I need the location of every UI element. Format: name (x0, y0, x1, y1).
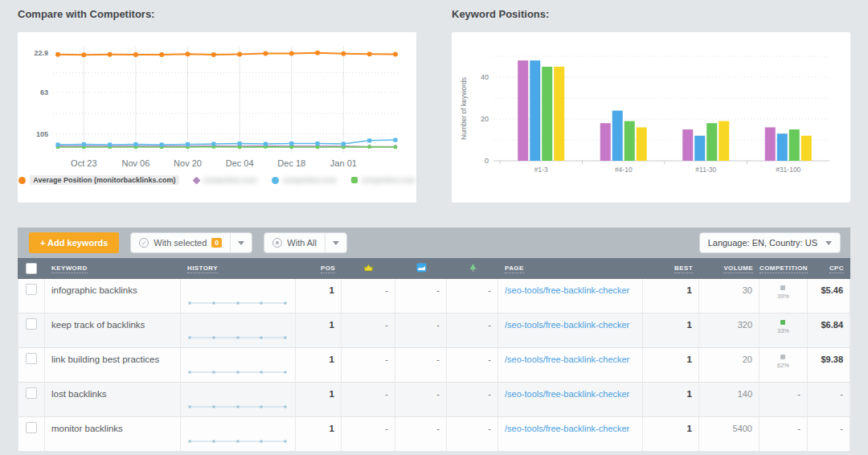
cell-page: /seo-tools/free-backlink-checker (498, 348, 643, 382)
cell-competition: - (760, 383, 808, 416)
language-country-value: Language: EN, Country: US (708, 238, 817, 248)
page-link[interactable]: /seo-tools/free-backlink-checker (505, 422, 629, 433)
header-cell-i2 (395, 258, 447, 279)
competition-percent: 39% (777, 293, 789, 300)
cell-volume: 5400 (699, 417, 760, 451)
metric-dash: - (385, 353, 388, 364)
column-sort-best[interactable]: BEST (674, 264, 693, 273)
header-cell-pos: POS (296, 258, 342, 279)
with-all-control: With All (264, 232, 347, 253)
column-sort-pos[interactable]: POS (321, 264, 335, 273)
keyword-text: keep track of backlinks (51, 318, 145, 330)
metric-dash: - (436, 318, 440, 330)
language-country-select[interactable]: Language: EN, Country: US (699, 232, 841, 253)
metric-dash: - (385, 387, 388, 399)
history-sparkline (187, 299, 288, 307)
volume-value: 320 (738, 318, 752, 330)
column-sort-cpc[interactable]: CPC (829, 264, 844, 273)
cpc-value: $6.84 (821, 318, 843, 330)
chevron-down-icon (825, 241, 832, 245)
column-sort-history[interactable]: HISTORY (187, 264, 218, 273)
cpc-value: - (840, 422, 843, 433)
with-selected-label: With selected (154, 238, 207, 248)
competitors-line-chart: 22.963105Oct 23Nov 06Nov 20Dec 04Dec 18J… (18, 32, 416, 174)
with-selected-dropdown[interactable] (230, 233, 252, 252)
cell-keyword: link building best practices (45, 348, 181, 382)
cell-i1: - (342, 383, 395, 416)
wave-icon[interactable] (416, 263, 427, 274)
volume-value: 30 (743, 284, 752, 295)
legend-label: Average Position (monitorbacklinks.com) (30, 175, 178, 185)
cell-i1: - (342, 417, 395, 451)
cell-keyword: monitor backlinks (45, 417, 181, 451)
table-row: monitor backlinks1---/seo-tools/free-bac… (18, 417, 850, 452)
cell-pos: 1 (296, 383, 342, 416)
page-link[interactable]: /seo-tools/free-backlink-checker (505, 353, 629, 364)
cell-best: 1 (643, 279, 699, 313)
cell-keyword: infographic backlinks (45, 279, 181, 313)
metric-dash: - (385, 284, 388, 295)
cell-i2: - (395, 314, 447, 347)
cell-i2: - (395, 417, 447, 451)
check-circle-icon: ✓ (139, 238, 149, 248)
svg-text:Dec 18: Dec 18 (277, 158, 305, 168)
cell-volume: 20 (699, 348, 760, 382)
page-link[interactable]: /seo-tools/free-backlink-checker (505, 387, 629, 399)
page-link[interactable]: /seo-tools/free-backlink-checker (505, 318, 629, 330)
cell-pos: 1 (296, 279, 342, 313)
select-all-checkbox[interactable] (26, 263, 37, 274)
keyword-positions-card: 02040Number of keywords#1-3#4-10#11-30#3… (452, 32, 850, 203)
competition-dot-icon (780, 355, 785, 359)
table-row: infographic backlinks1---/seo-tools/free… (18, 279, 850, 314)
column-sort-page[interactable]: PAGE (505, 264, 524, 273)
competition-indicator: 62% (777, 353, 789, 369)
legend-label: competitor.com (283, 176, 337, 184)
add-keywords-button[interactable]: + Add keywords (29, 232, 119, 253)
row-checkbox[interactable] (26, 284, 37, 295)
row-checkbox[interactable] (26, 353, 37, 364)
cell-page: /seo-tools/free-backlink-checker (498, 279, 643, 313)
chevron-down-icon (238, 241, 244, 245)
legend-item[interactable]: competitor.com (272, 176, 337, 184)
row-checkbox[interactable] (26, 422, 37, 433)
with-all-button[interactable]: With All (264, 233, 325, 252)
crown-icon[interactable] (363, 263, 374, 274)
svg-text:63: 63 (40, 88, 48, 96)
cell-history (181, 348, 296, 382)
cell-volume: 320 (699, 314, 760, 347)
header-cell-page: PAGE (498, 258, 643, 279)
cell-cb (18, 279, 45, 313)
svg-text:Nov 20: Nov 20 (174, 158, 202, 168)
table-row: lost backlinks1---/seo-tools/free-backli… (18, 383, 850, 417)
column-sort-competition[interactable]: COMPETITION (760, 264, 808, 273)
metric-dash: - (488, 353, 491, 364)
competition-dash: - (797, 387, 800, 399)
cell-pos: 1 (296, 314, 342, 347)
page-link[interactable]: /seo-tools/free-backlink-checker (505, 284, 629, 295)
with-selected-control: ✓ With selected 0 (130, 232, 252, 253)
legend-item[interactable]: competitor.com (194, 176, 257, 184)
cell-i1: - (342, 279, 395, 313)
row-checkbox[interactable] (26, 318, 37, 330)
cell-competition: - (760, 417, 808, 451)
row-checkbox[interactable] (26, 387, 37, 399)
tree-icon[interactable] (468, 263, 478, 274)
keywords-table: KEYWORDHISTORYPOSPAGEBESTVOLUMECOMPETITI… (18, 258, 850, 452)
metric-dash: - (488, 284, 491, 295)
cell-pos: 1 (296, 348, 342, 382)
svg-text:Nov 06: Nov 06 (121, 158, 149, 168)
cell-best: 1 (643, 417, 699, 451)
column-sort-volume[interactable]: VOLUME (723, 264, 753, 273)
svg-text:105: 105 (36, 130, 48, 138)
legend-item[interactable]: Average Position (monitorbacklinks.com) (18, 175, 178, 185)
metric-dash: - (436, 284, 440, 295)
with-all-dropdown[interactable] (325, 233, 346, 252)
competition-indicator: 39% (777, 284, 789, 300)
with-all-label: With All (287, 238, 317, 248)
position-value: 1 (330, 387, 334, 399)
metric-dash: - (488, 422, 491, 433)
header-cell-i3 (447, 258, 498, 279)
with-selected-button[interactable]: ✓ With selected 0 (131, 233, 230, 252)
column-sort-keyword[interactable]: KEYWORD (51, 264, 88, 273)
legend-item[interactable]: competitor.com (351, 176, 416, 184)
